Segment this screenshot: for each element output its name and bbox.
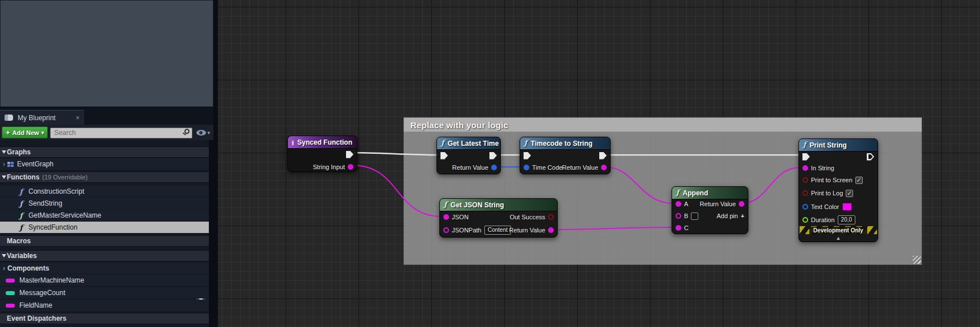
- json-pin[interactable]: [443, 214, 449, 220]
- expander-chevron-icon[interactable]: ›: [3, 264, 5, 272]
- exec-out-pin[interactable]: [867, 153, 874, 161]
- section-graphs[interactable]: Graphs +: [0, 146, 209, 158]
- node-get-latest-time-header[interactable]: ƒ Get Latest Time: [437, 137, 500, 150]
- return-value-pin[interactable]: [601, 165, 607, 170]
- pin-label: JSONPath: [452, 227, 481, 234]
- return-value-pin[interactable]: [491, 165, 497, 170]
- return-value-pin[interactable]: [548, 227, 554, 233]
- text-color-swatch[interactable]: [842, 203, 852, 211]
- out-success-pin[interactable]: [548, 214, 554, 220]
- sidebar-item-getmasterservicename[interactable]: ƒ GetMasterServiceName: [0, 210, 209, 221]
- exec-in-pin[interactable]: [440, 152, 448, 160]
- search-input[interactable]: [50, 128, 192, 138]
- variable-type-pill-icon: [6, 291, 15, 295]
- section-components[interactable]: › Components: [0, 263, 209, 274]
- print-to-screen-pin[interactable]: [802, 177, 808, 183]
- pin-label: C: [684, 224, 689, 231]
- print-to-screen-checkbox[interactable]: ✓: [855, 177, 863, 184]
- function-icon: ƒ: [524, 139, 528, 146]
- node-append[interactable]: ƒ Append A Return Value B + Add pin C: [672, 186, 748, 234]
- tab-my-blueprint[interactable]: My Blueprint ×: [0, 110, 84, 125]
- print-to-log-checkbox[interactable]: ✓: [846, 190, 853, 197]
- item-label: SendString: [28, 199, 62, 207]
- node-print-string-header[interactable]: ƒ Print String: [799, 139, 878, 152]
- exec-out-pin[interactable]: [599, 152, 607, 160]
- function-icon: ƒ: [803, 141, 806, 148]
- print-to-log-pin[interactable]: [802, 190, 808, 196]
- node-title: Append: [683, 189, 709, 197]
- text-color-pin[interactable]: [802, 204, 808, 210]
- node-synced-function[interactable]: Synced Function String Input: [287, 136, 357, 172]
- collapse-triangle-icon[interactable]: [2, 254, 6, 257]
- node-synced-function-header[interactable]: Synced Function: [288, 136, 357, 149]
- variable-row-messagecount[interactable]: MessageCount: [0, 287, 209, 299]
- pin-label: Duration: [811, 216, 835, 223]
- variable-type-pill-icon: [6, 304, 15, 308]
- append-c-pin[interactable]: [676, 225, 681, 231]
- function-icon: ƒ: [17, 211, 25, 220]
- plus-icon: +: [6, 128, 10, 137]
- node-append-header[interactable]: ƒ Append: [672, 187, 748, 199]
- pin-label: Print to Screen: [811, 177, 853, 183]
- development-only-banner: Development Only: [800, 226, 877, 234]
- node-get-json-string-header[interactable]: ƒ Get JSON String: [440, 199, 557, 211]
- comment-resize-handle[interactable]: [913, 256, 921, 264]
- collapse-triangle-icon[interactable]: [2, 150, 6, 154]
- item-label: MessageCount: [19, 289, 65, 297]
- exec-in-pin[interactable]: [524, 152, 531, 160]
- pin-label: Print to Log: [811, 190, 843, 197]
- add-pin-plus-icon: +: [741, 212, 744, 219]
- jsonpath-value-field[interactable]: Content: [484, 226, 511, 235]
- duration-value-field[interactable]: 20,0: [838, 215, 855, 224]
- section-event-dispatchers[interactable]: Event Dispatchers +: [0, 313, 209, 324]
- exec-out-pin[interactable]: [346, 151, 353, 158]
- section-label: Event Dispatchers: [7, 314, 67, 322]
- node-timecode-to-string[interactable]: ƒ Timecode to String Time Code Return Va…: [520, 137, 611, 174]
- sidebar-item-sendstring[interactable]: ƒ SendString: [0, 198, 209, 209]
- node-get-json-string[interactable]: ƒ Get JSON String JSON Out Success JSONP…: [439, 198, 558, 238]
- jsonpath-pin[interactable]: [443, 227, 449, 233]
- add-new-button[interactable]: + Add New ▾: [2, 126, 48, 138]
- in-string-pin[interactable]: [802, 165, 808, 171]
- node-get-latest-time[interactable]: ƒ Get Latest Time Return Value: [437, 137, 501, 174]
- node-timecode-to-string-header[interactable]: ƒ Timecode to String: [520, 137, 610, 150]
- eye-icon: [196, 130, 206, 136]
- details-panel-empty: [0, 0, 213, 108]
- string-input-pin[interactable]: [348, 164, 353, 170]
- append-b-pin[interactable]: [676, 213, 681, 219]
- node-title: Print String: [810, 141, 847, 149]
- sidebar-item-eventgraph[interactable]: › EventGraph: [0, 158, 209, 170]
- section-functions[interactable]: Functions (19 Overridable) +: [0, 171, 209, 183]
- variable-row-fieldname[interactable]: FieldName: [0, 300, 209, 311]
- section-macros[interactable]: Macros +: [0, 235, 209, 247]
- pin-label: Return Value: [562, 164, 598, 171]
- section-label: Macros: [7, 237, 31, 245]
- comment-header[interactable]: Replace with your logic: [403, 117, 922, 132]
- pin-label: Time Code: [532, 164, 562, 171]
- add-new-label: Add New: [13, 129, 39, 136]
- expander-chevron-icon[interactable]: ›: [3, 160, 5, 168]
- tab-close-icon[interactable]: ×: [76, 115, 80, 121]
- chevron-down-icon: ▾: [207, 130, 210, 136]
- exec-in-pin[interactable]: [802, 153, 810, 161]
- add-pin-button[interactable]: Add pin: [717, 212, 738, 219]
- visibility-filter-button[interactable]: ▾: [195, 130, 212, 136]
- node-title: Synced Function: [297, 138, 352, 146]
- sidebar-item-constructionscript[interactable]: ƒ ConstructionScript: [0, 186, 209, 197]
- sidebar-item-syncedfunction[interactable]: ƒ SyncedFunction: [0, 222, 209, 233]
- node-print-string[interactable]: ƒ Print String In String Print to Screen…: [798, 138, 878, 242]
- collapse-triangle-icon[interactable]: [2, 175, 6, 179]
- append-a-pin[interactable]: [676, 201, 681, 207]
- time-code-pin[interactable]: [524, 165, 529, 170]
- item-label: MasterMachineName: [19, 276, 84, 284]
- development-only-label: Development Only: [809, 227, 867, 234]
- duration-pin[interactable]: [802, 217, 808, 223]
- variable-row-mastermachinename[interactable]: MasterMachineName: [0, 275, 209, 286]
- exec-out-pin[interactable]: [489, 152, 497, 160]
- node-collapse-button[interactable]: ▲: [799, 235, 878, 241]
- pin-label: Return Value: [700, 201, 736, 207]
- append-b-value-field[interactable]: [691, 212, 698, 220]
- pin-label: Out Success: [510, 214, 545, 220]
- section-variables[interactable]: Variables +: [0, 250, 209, 261]
- return-value-pin[interactable]: [739, 201, 744, 207]
